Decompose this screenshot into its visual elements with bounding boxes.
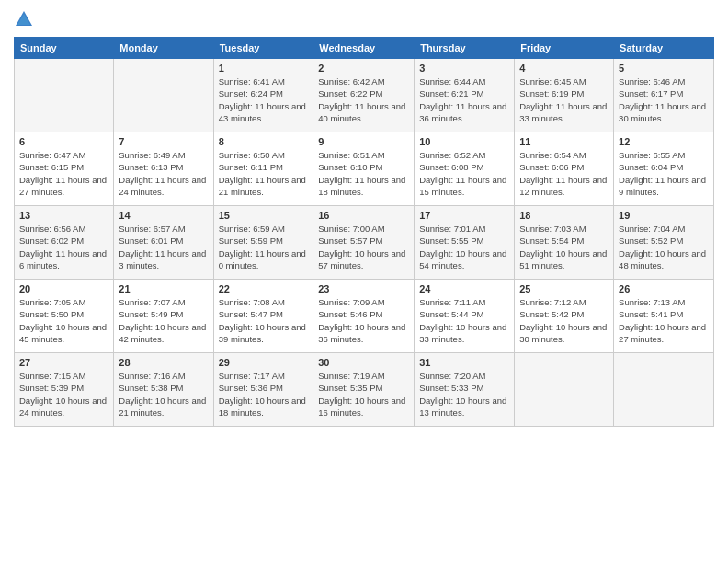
day-info: Sunrise: 6:55 AMSunset: 6:04 PMDaylight:…	[619, 149, 709, 198]
calendar-day-31: 31Sunrise: 7:20 AMSunset: 5:33 PMDayligh…	[415, 353, 515, 427]
calendar-week-4: 20Sunrise: 7:05 AMSunset: 5:50 PMDayligh…	[15, 280, 714, 353]
day-number: 25	[519, 283, 609, 294]
day-number: 2	[318, 63, 409, 74]
calendar-week-2: 6Sunrise: 6:47 AMSunset: 6:15 PMDaylight…	[15, 132, 714, 206]
calendar-day-3: 3Sunrise: 6:44 AMSunset: 6:21 PMDaylight…	[415, 59, 515, 132]
day-number: 21	[119, 283, 208, 294]
calendar-day-19: 19Sunrise: 7:04 AMSunset: 5:52 PMDayligh…	[614, 206, 714, 280]
calendar-day-24: 24Sunrise: 7:11 AMSunset: 5:44 PMDayligh…	[415, 280, 515, 353]
calendar-day-26: 26Sunrise: 7:13 AMSunset: 5:41 PMDayligh…	[614, 280, 714, 353]
day-info: Sunrise: 6:56 AMSunset: 6:02 PMDaylight:…	[19, 223, 108, 271]
weekday-header-wednesday: Wednesday	[313, 38, 415, 59]
weekday-header-saturday: Saturday	[614, 38, 714, 59]
day-info: Sunrise: 6:44 AMSunset: 6:21 PMDaylight:…	[419, 75, 509, 124]
weekday-header-friday: Friday	[515, 38, 614, 59]
day-number: 23	[318, 283, 409, 294]
day-number: 14	[119, 210, 208, 221]
day-number: 24	[419, 283, 509, 294]
calendar-header-row: SundayMondayTuesdayWednesdayThursdayFrid…	[15, 38, 714, 59]
calendar-day-8: 8Sunrise: 6:50 AMSunset: 6:11 PMDaylight…	[213, 132, 313, 206]
calendar-day-20: 20Sunrise: 7:05 AMSunset: 5:50 PMDayligh…	[15, 280, 114, 353]
day-number: 12	[619, 136, 709, 147]
calendar-day-29: 29Sunrise: 7:17 AMSunset: 5:36 PMDayligh…	[213, 353, 313, 427]
day-number: 16	[318, 210, 409, 221]
calendar-empty-cell	[515, 353, 614, 427]
day-info: Sunrise: 7:05 AMSunset: 5:50 PMDaylight:…	[19, 296, 108, 345]
calendar-empty-cell	[614, 353, 714, 427]
day-info: Sunrise: 6:45 AMSunset: 6:19 PMDaylight:…	[519, 75, 609, 124]
day-number: 22	[219, 283, 309, 294]
day-number: 20	[19, 283, 108, 294]
calendar-day-4: 4Sunrise: 6:45 AMSunset: 6:19 PMDaylight…	[515, 59, 614, 132]
day-number: 9	[318, 136, 409, 147]
day-number: 31	[419, 357, 509, 368]
calendar-week-5: 27Sunrise: 7:15 AMSunset: 5:39 PMDayligh…	[15, 353, 714, 427]
calendar-week-3: 13Sunrise: 6:56 AMSunset: 6:02 PMDayligh…	[15, 206, 714, 280]
calendar-day-5: 5Sunrise: 6:46 AMSunset: 6:17 PMDaylight…	[614, 59, 714, 132]
day-info: Sunrise: 6:49 AMSunset: 6:13 PMDaylight:…	[119, 149, 208, 198]
day-info: Sunrise: 6:42 AMSunset: 6:22 PMDaylight:…	[318, 75, 409, 124]
day-info: Sunrise: 6:59 AMSunset: 5:59 PMDaylight:…	[219, 223, 309, 271]
day-info: Sunrise: 7:09 AMSunset: 5:46 PMDaylight:…	[318, 296, 409, 345]
day-info: Sunrise: 7:07 AMSunset: 5:49 PMDaylight:…	[119, 296, 208, 345]
day-number: 8	[219, 136, 309, 147]
day-number: 11	[519, 136, 609, 147]
calendar-day-10: 10Sunrise: 6:52 AMSunset: 6:08 PMDayligh…	[415, 132, 515, 206]
day-number: 4	[519, 63, 609, 74]
calendar-week-1: 1Sunrise: 6:41 AMSunset: 6:24 PMDaylight…	[15, 59, 714, 132]
header	[14, 9, 714, 29]
day-info: Sunrise: 7:12 AMSunset: 5:42 PMDaylight:…	[519, 296, 609, 345]
page: SundayMondayTuesdayWednesdayThursdayFrid…	[0, 0, 728, 563]
logo	[14, 9, 38, 29]
day-number: 29	[219, 357, 309, 368]
day-info: Sunrise: 6:57 AMSunset: 6:01 PMDaylight:…	[119, 223, 208, 271]
day-info: Sunrise: 6:41 AMSunset: 6:24 PMDaylight:…	[219, 75, 309, 124]
calendar-day-11: 11Sunrise: 6:54 AMSunset: 6:06 PMDayligh…	[515, 132, 614, 206]
weekday-header-tuesday: Tuesday	[213, 38, 313, 59]
day-number: 27	[19, 357, 108, 368]
day-number: 5	[619, 63, 709, 74]
day-number: 17	[419, 210, 509, 221]
day-number: 28	[119, 357, 208, 368]
day-number: 15	[219, 210, 309, 221]
calendar-day-1: 1Sunrise: 6:41 AMSunset: 6:24 PMDaylight…	[213, 59, 313, 132]
calendar-empty-cell	[15, 59, 114, 132]
calendar-day-28: 28Sunrise: 7:16 AMSunset: 5:38 PMDayligh…	[114, 353, 213, 427]
day-number: 7	[119, 136, 208, 147]
weekday-header-sunday: Sunday	[15, 38, 114, 59]
day-info: Sunrise: 7:16 AMSunset: 5:38 PMDaylight:…	[119, 370, 208, 419]
calendar-day-30: 30Sunrise: 7:19 AMSunset: 5:35 PMDayligh…	[313, 353, 415, 427]
day-info: Sunrise: 6:51 AMSunset: 6:10 PMDaylight:…	[318, 149, 409, 198]
calendar-empty-cell	[114, 59, 213, 132]
calendar-day-22: 22Sunrise: 7:08 AMSunset: 5:47 PMDayligh…	[213, 280, 313, 353]
weekday-header-thursday: Thursday	[415, 38, 515, 59]
calendar-day-21: 21Sunrise: 7:07 AMSunset: 5:49 PMDayligh…	[114, 280, 213, 353]
weekday-header-monday: Monday	[114, 38, 213, 59]
day-info: Sunrise: 7:20 AMSunset: 5:33 PMDaylight:…	[419, 370, 509, 419]
day-number: 30	[318, 357, 409, 368]
calendar-day-17: 17Sunrise: 7:01 AMSunset: 5:55 PMDayligh…	[415, 206, 515, 280]
calendar-table: SundayMondayTuesdayWednesdayThursdayFrid…	[14, 37, 714, 427]
calendar-day-25: 25Sunrise: 7:12 AMSunset: 5:42 PMDayligh…	[515, 280, 614, 353]
day-number: 6	[19, 136, 108, 147]
day-info: Sunrise: 7:04 AMSunset: 5:52 PMDaylight:…	[619, 223, 709, 271]
day-number: 13	[19, 210, 108, 221]
calendar-day-23: 23Sunrise: 7:09 AMSunset: 5:46 PMDayligh…	[313, 280, 415, 353]
calendar-day-18: 18Sunrise: 7:03 AMSunset: 5:54 PMDayligh…	[515, 206, 614, 280]
calendar-day-27: 27Sunrise: 7:15 AMSunset: 5:39 PMDayligh…	[15, 353, 114, 427]
day-info: Sunrise: 7:01 AMSunset: 5:55 PMDaylight:…	[419, 223, 509, 271]
calendar-day-12: 12Sunrise: 6:55 AMSunset: 6:04 PMDayligh…	[614, 132, 714, 206]
day-number: 19	[619, 210, 709, 221]
day-number: 1	[219, 63, 309, 74]
day-number: 18	[519, 210, 609, 221]
day-info: Sunrise: 7:03 AMSunset: 5:54 PMDaylight:…	[519, 223, 609, 271]
day-info: Sunrise: 6:54 AMSunset: 6:06 PMDaylight:…	[519, 149, 609, 198]
day-info: Sunrise: 6:46 AMSunset: 6:17 PMDaylight:…	[619, 75, 709, 124]
day-info: Sunrise: 6:52 AMSunset: 6:08 PMDaylight:…	[419, 149, 509, 198]
logo-icon	[14, 9, 34, 29]
day-number: 3	[419, 63, 509, 74]
day-info: Sunrise: 6:50 AMSunset: 6:11 PMDaylight:…	[219, 149, 309, 198]
day-info: Sunrise: 7:17 AMSunset: 5:36 PMDaylight:…	[219, 370, 309, 419]
day-info: Sunrise: 7:15 AMSunset: 5:39 PMDaylight:…	[19, 370, 108, 419]
calendar-day-6: 6Sunrise: 6:47 AMSunset: 6:15 PMDaylight…	[15, 132, 114, 206]
